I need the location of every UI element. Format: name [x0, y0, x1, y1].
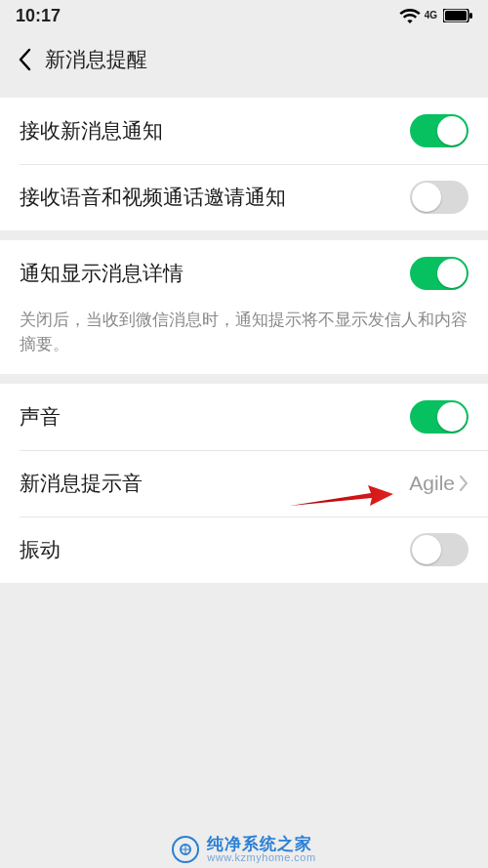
svg-rect-2 [469, 13, 472, 19]
row-show-detail: 通知显示消息详情 [0, 240, 488, 307]
row-label: 声音 [20, 403, 61, 431]
toggle-sound[interactable] [410, 400, 468, 434]
row-label: 振动 [20, 536, 61, 563]
status-time: 10:17 [16, 6, 61, 26]
page-title: 新消息提醒 [45, 46, 147, 73]
row-vibrate: 振动 [0, 517, 488, 583]
row-value: Agile [409, 472, 468, 495]
toggle-receive-av[interactable] [410, 181, 468, 214]
row-receive-msg: 接收新消息通知 [0, 98, 488, 164]
watermark-main: 纯净系统之家 [207, 836, 315, 853]
section-detail: 通知显示消息详情 关闭后，当收到微信消息时，通知提示将不显示发信人和内容摘要。 [0, 240, 488, 374]
row-show-detail-desc: 关闭后，当收到微信消息时，通知提示将不显示发信人和内容摘要。 [0, 307, 488, 374]
watermark: 纯净系统之家 www.kzmyhome.com [0, 836, 488, 864]
row-label: 通知显示消息详情 [20, 260, 183, 287]
row-label: 接收新消息通知 [20, 117, 163, 145]
row-sound: 声音 [0, 384, 488, 450]
section-sound: 声音 新消息提示音 Agile 振动 [0, 384, 488, 583]
row-label: 接收语音和视频通话邀请通知 [20, 184, 286, 211]
toggle-slider [410, 114, 468, 147]
section-notifications: 接收新消息通知 接收语音和视频通话邀请通知 [0, 98, 488, 230]
svg-rect-1 [445, 11, 467, 21]
toggle-show-detail[interactable] [410, 257, 468, 290]
watermark-text: 纯净系统之家 www.kzmyhome.com [207, 836, 315, 864]
row-label: 新消息提示音 [20, 470, 142, 497]
network-label: 4G [425, 11, 437, 21]
wifi-icon [399, 8, 421, 23]
status-bar: 10:17 4G [0, 0, 488, 31]
watermark-logo-icon [172, 836, 199, 863]
toggle-slider [410, 533, 468, 566]
battery-icon [443, 9, 472, 22]
chevron-left-icon [18, 48, 31, 71]
chevron-right-icon [459, 475, 468, 491]
back-button[interactable] [10, 48, 39, 71]
section-gap [0, 230, 488, 240]
nav-bar: 新消息提醒 [0, 31, 488, 88]
toggle-slider [410, 257, 468, 290]
toggle-slider [410, 400, 468, 434]
row-receive-av: 接收语音和视频通话邀请通知 [0, 164, 488, 230]
watermark-sub: www.kzmyhome.com [207, 852, 315, 864]
row-msg-tone[interactable]: 新消息提示音 Agile [0, 450, 488, 517]
status-indicators: 4G [399, 8, 472, 23]
toggle-slider [410, 181, 468, 214]
toggle-vibrate[interactable] [410, 533, 468, 566]
section-gap [0, 374, 488, 384]
msg-tone-value: Agile [409, 472, 455, 495]
section-gap [0, 88, 488, 98]
toggle-receive-msg[interactable] [410, 114, 468, 147]
